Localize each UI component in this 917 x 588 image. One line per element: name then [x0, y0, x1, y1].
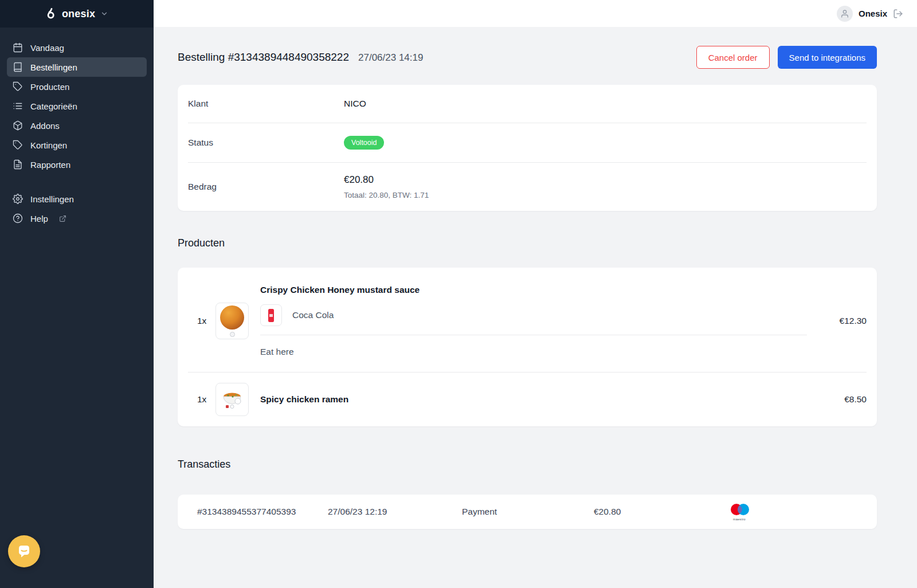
- klant-value: NICO: [344, 99, 366, 109]
- thumb-badge-icon: [230, 332, 235, 337]
- nav-divider-space: [7, 174, 147, 189]
- user-name: Onesix: [859, 9, 887, 18]
- main-area: Onesix Bestelling #3134389448490358222 2…: [154, 0, 917, 588]
- question-circle-icon: [13, 213, 23, 224]
- user-menu[interactable]: Onesix: [837, 6, 903, 22]
- document-icon: [13, 159, 23, 170]
- ramen-photo: [219, 386, 245, 413]
- chicken-photo: [220, 305, 244, 330]
- sidebar-item-label: Vandaag: [30, 43, 64, 53]
- addon-row: Coca Cola: [260, 304, 807, 326]
- product-name: Crispy Chicken Honey mustard sauce: [260, 285, 807, 295]
- products-card: 1x Crispy Chicken Honey mustard sauce Co…: [178, 268, 877, 426]
- avatar: [837, 6, 853, 22]
- product-note: Eat here: [260, 347, 807, 357]
- sidebar-item-categorieen[interactable]: Categorieën: [7, 96, 147, 116]
- sidebar-item-label: Help: [30, 214, 48, 224]
- topbar: Onesix: [154, 0, 917, 27]
- bedrag-label: Bedrag: [188, 182, 344, 192]
- page-title: Bestelling #3134389448490358222: [178, 51, 349, 64]
- product-image-crispy-chicken: [215, 303, 249, 339]
- brand[interactable]: onesix: [0, 0, 154, 28]
- brand-logo-icon: [45, 8, 57, 19]
- gear-icon: [13, 194, 23, 204]
- sidebar-item-label: Rapporten: [30, 160, 70, 170]
- detail-row-status: Status Voltooid: [188, 123, 867, 163]
- list-icon: [13, 101, 23, 111]
- sidebar-item-kortingen[interactable]: Kortingen: [7, 135, 147, 155]
- product-price: €12.30: [807, 316, 867, 326]
- page-head: Bestelling #3134389448490358222 27/06/23…: [178, 46, 877, 69]
- external-link-icon: [59, 215, 66, 222]
- product-row: 1x Spi: [178, 373, 877, 426]
- sidebar-nav: Vandaag Bestellingen Producten Categorie…: [0, 28, 154, 228]
- product-quantity: 1x: [188, 316, 215, 326]
- transactions-card: #3134389455377405393 27/06/23 12:19 Paym…: [178, 495, 877, 529]
- chat-bubble-icon: [16, 543, 32, 559]
- transaction-type: Payment: [462, 507, 594, 517]
- product-quantity: 1x: [188, 394, 215, 405]
- chat-widget-button[interactable]: [8, 535, 40, 567]
- bedrag-breakdown: Totaal: 20.80, BTW: 1.71: [344, 191, 429, 199]
- book-icon: [13, 62, 23, 72]
- sidebar-item-vandaag[interactable]: Vandaag: [7, 38, 147, 57]
- product-name: Spicy chicken ramen: [260, 394, 807, 405]
- send-to-integrations-button[interactable]: Send to integrations: [778, 46, 877, 69]
- transaction-date: 27/06/23 12:19: [328, 507, 462, 517]
- cancel-order-button[interactable]: Cancel order: [696, 46, 770, 69]
- chevron-down-icon: [100, 10, 108, 18]
- tag-icon: [13, 81, 23, 92]
- sidebar-item-label: Categorieën: [30, 101, 77, 111]
- product-row: 1x Crispy Chicken Honey mustard sauce Co…: [178, 268, 877, 372]
- package-icon: [13, 120, 23, 131]
- status-badge: Voltooid: [344, 136, 384, 150]
- sidebar-item-help[interactable]: Help: [7, 209, 147, 228]
- transaction-id: #3134389455377405393: [197, 507, 328, 517]
- sidebar-item-label: Addons: [30, 121, 60, 131]
- product-price: €8.50: [807, 394, 867, 405]
- sidebar-item-addons[interactable]: Addons: [7, 116, 147, 135]
- bedrag-value: €20.80: [344, 174, 429, 186]
- cola-can-icon: [268, 309, 274, 322]
- sidebar-item-bestellingen[interactable]: Bestellingen: [7, 57, 147, 77]
- klant-label: Klant: [188, 99, 344, 109]
- detail-row-klant: Klant NICO: [188, 85, 867, 123]
- brand-name: onesix: [62, 8, 95, 20]
- transactions-heading: Transacties: [178, 458, 877, 471]
- addon-divider: [260, 335, 807, 335]
- order-timestamp: 27/06/23 14:19: [358, 52, 423, 64]
- addon-name: Coca Cola: [292, 310, 334, 320]
- sidebar-item-label: Producten: [30, 82, 69, 92]
- sidebar-item-rapporten[interactable]: Rapporten: [7, 155, 147, 174]
- order-details-card: Klant NICO Status Voltooid Bedrag €20.80…: [178, 85, 877, 211]
- sidebar-item-label: Kortingen: [30, 140, 67, 150]
- addon-image-coca-cola: [260, 304, 282, 326]
- sidebar-item-instellingen[interactable]: Instellingen: [7, 189, 147, 209]
- status-label: Status: [188, 138, 344, 148]
- products-heading: Producten: [178, 237, 877, 249]
- transaction-row: #3134389455377405393 27/06/23 12:19 Paym…: [178, 495, 877, 529]
- tag-icon: [13, 140, 23, 150]
- maestro-icon: [729, 503, 751, 517]
- sidebar-item-label: Bestellingen: [30, 62, 77, 72]
- product-image-spicy-ramen: [215, 383, 249, 416]
- detail-row-bedrag: Bedrag €20.80 Totaal: 20.80, BTW: 1.71: [188, 163, 867, 211]
- transaction-amount: €20.80: [594, 507, 727, 517]
- calendar-icon: [13, 42, 23, 53]
- payment-method: maestro: [727, 503, 867, 521]
- payment-method-label: maestro: [729, 518, 746, 521]
- content: Bestelling #3134389448490358222 27/06/23…: [154, 27, 917, 588]
- logout-icon[interactable]: [893, 9, 903, 19]
- sidebar-item-label: Instellingen: [30, 194, 74, 204]
- sidebar: onesix Vandaag Bestellingen Producten: [0, 0, 154, 588]
- sidebar-item-producten[interactable]: Producten: [7, 77, 147, 96]
